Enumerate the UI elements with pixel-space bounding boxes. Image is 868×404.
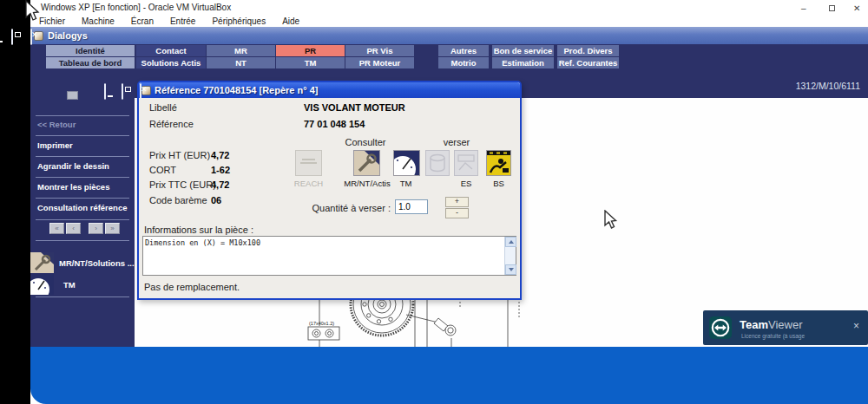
menu-machine[interactable]: Machine xyxy=(82,16,115,26)
tab-pr-moteur[interactable]: PR Moteur xyxy=(345,57,414,68)
quantity-down-button[interactable]: - xyxy=(445,208,469,218)
pager-first-button[interactable]: « xyxy=(49,223,64,234)
quantity-input[interactable] xyxy=(395,199,428,214)
verser-label: verser xyxy=(431,137,483,147)
tab-bon-de-service[interactable]: Bon de service xyxy=(492,45,554,56)
sidebar-item-retour[interactable]: << Retour xyxy=(30,118,135,131)
code-bareme-label: Code barème xyxy=(149,195,207,205)
mr-nt-actis-icon[interactable] xyxy=(353,150,380,176)
host-mouse-cursor xyxy=(23,0,44,24)
app-close-button[interactable]: ✕ xyxy=(30,29,32,45)
sidebar-item-agrandir[interactable]: Agrandir le dessin xyxy=(30,160,135,173)
divider xyxy=(36,156,129,157)
verser-icon-disabled xyxy=(425,150,450,176)
dialog-body: Libellé VIS VOLANT MOTEUR Référence 77 0… xyxy=(139,98,520,298)
sidebar-shortcut-mr-nt[interactable]: MR/NT/Solutions ... xyxy=(30,252,135,273)
part-info-textarea[interactable]: Dimension en (X) = M10x100 xyxy=(142,236,516,276)
reference-dialog: Référence 7701048154 [Repère n° 4] ✕ Lib… xyxy=(137,81,522,300)
cort-value: 1-62 xyxy=(211,165,230,175)
libelle-value: VIS VOLANT MOTEUR xyxy=(304,102,405,113)
tab-prod-divers[interactable]: Prod. Divers xyxy=(557,45,619,56)
libelle-label: Libellé xyxy=(149,102,177,113)
sidebar-item-montrer[interactable]: Montrer les pièces xyxy=(30,180,135,193)
tab-nt[interactable]: NT xyxy=(207,57,275,68)
guest-mouse-cursor xyxy=(603,210,619,231)
tab-ref-courantes[interactable]: Ref. Courantes xyxy=(557,57,619,68)
app-restore-button[interactable] xyxy=(11,29,13,45)
pager-prev-button[interactable]: ‹ xyxy=(66,223,81,234)
menu-entree[interactable]: Entrée xyxy=(170,16,195,26)
reference-label: Référence xyxy=(149,119,194,129)
info-label: Informations sur la pièce : xyxy=(144,225,253,235)
scroll-up-button[interactable] xyxy=(505,237,516,247)
info-scrollbar[interactable] xyxy=(504,237,516,275)
tab-tm[interactable]: TM xyxy=(276,57,345,68)
scroll-down-button[interactable] xyxy=(505,264,516,275)
sidebar-shortcut-tm[interactable]: TM xyxy=(30,274,135,295)
host-minimize-button[interactable]: – xyxy=(801,3,806,13)
remote-toolbar xyxy=(30,347,868,404)
sidebar: << Retour Imprimer Agrandir le dessin Mo… xyxy=(30,70,135,347)
tab-pr-active[interactable]: PR xyxy=(276,45,345,56)
divider xyxy=(36,240,129,241)
shortcut-mr-label: MR/NT/Solutions ... xyxy=(59,258,135,268)
tab-pr-vis[interactable]: PR Vis xyxy=(345,45,414,56)
code-bareme-value: 06 xyxy=(211,195,221,205)
brand-team: Team xyxy=(740,318,768,331)
tm-label: TM xyxy=(386,179,425,188)
shortcut-tm-label: TM xyxy=(63,280,76,290)
menu-ecran[interactable]: Écran xyxy=(131,16,154,26)
consulter-label: Consulter xyxy=(339,137,392,147)
part-info-text: Dimension en (X) = M10x100 xyxy=(145,238,260,247)
flywheel-technical-drawing: (17x40x1.2) xyxy=(295,298,538,347)
cort-label: CORT xyxy=(149,165,176,175)
part-dimension-label: (17x40x1.2) xyxy=(309,321,334,326)
dialog-title: Référence 7701048154 [Repère n° 4] xyxy=(155,85,318,95)
sidebar-item-imprimer[interactable]: Imprimer xyxy=(30,139,135,152)
teamviewer-close-button[interactable]: × xyxy=(853,320,859,332)
tab-contact[interactable]: Contact xyxy=(136,45,206,56)
teamviewer-popup: TeamViewer Licence gratuite (à usage × xyxy=(703,310,868,345)
divider xyxy=(36,115,129,116)
menu-peripheriques[interactable]: Périphériques xyxy=(212,16,266,26)
pager-last-button[interactable]: » xyxy=(105,223,120,234)
price-ttc-label: Prix TTC (EUR) xyxy=(149,179,216,190)
reference-value: 77 01 048 154 xyxy=(304,119,365,129)
teamviewer-license-text: Licence gratuite (à usage xyxy=(741,333,805,339)
dialog-titlebar[interactable]: Référence 7701048154 [Repère n° 4] xyxy=(139,82,520,98)
tab-identite[interactable]: Identité xyxy=(46,45,135,56)
tab-estimation[interactable]: Estimation xyxy=(492,57,554,68)
divider xyxy=(36,296,129,297)
tab-tableau-de-bord[interactable]: Tableau de bord xyxy=(46,57,135,68)
sidebar-item-consultation[interactable]: Consultation référence xyxy=(30,201,135,214)
teamviewer-brand: TeamViewer xyxy=(740,318,803,331)
host-close-button[interactable]: ✕ xyxy=(853,3,860,13)
tm-icon[interactable] xyxy=(393,150,420,176)
tab-mr[interactable]: MR xyxy=(207,45,275,56)
no-replacement-note: Pas de remplacement. xyxy=(144,282,240,292)
tab-solutions-actis[interactable]: Solutions Actis xyxy=(136,57,206,68)
teamviewer-logo-icon xyxy=(709,316,732,339)
quantity-up-button[interactable]: + xyxy=(445,197,469,207)
tab-autres[interactable]: Autres xyxy=(438,45,489,56)
bs-label: BS xyxy=(479,179,518,188)
divider xyxy=(36,177,129,178)
dialog-minimize-button[interactable] xyxy=(104,83,106,100)
pager-next-button[interactable]: › xyxy=(89,223,103,234)
divider xyxy=(36,219,129,220)
price-ht-label: Prix HT (EUR) xyxy=(149,150,210,160)
menu-aide[interactable]: Aide xyxy=(282,16,299,26)
price-ht-value: 4,72 xyxy=(211,150,229,160)
sidebar-mini-button[interactable] xyxy=(67,91,78,100)
bs-icon[interactable] xyxy=(486,150,511,176)
divider xyxy=(36,135,129,136)
price-ttc-value: 4,72 xyxy=(211,179,229,190)
tab-motrio[interactable]: Motrio xyxy=(438,57,489,68)
reach-label: REACH xyxy=(285,179,332,188)
vbox-window-title: Windows XP [En fonction] - Oracle VM Vir… xyxy=(41,3,231,12)
dial-icon xyxy=(30,274,54,295)
dialog-maximize-button[interactable] xyxy=(122,83,123,100)
host-restore-button[interactable] xyxy=(829,5,835,11)
remote-screen: Windows XP [En fonction] - Oracle VM Vir… xyxy=(30,0,868,404)
divider xyxy=(36,198,129,199)
